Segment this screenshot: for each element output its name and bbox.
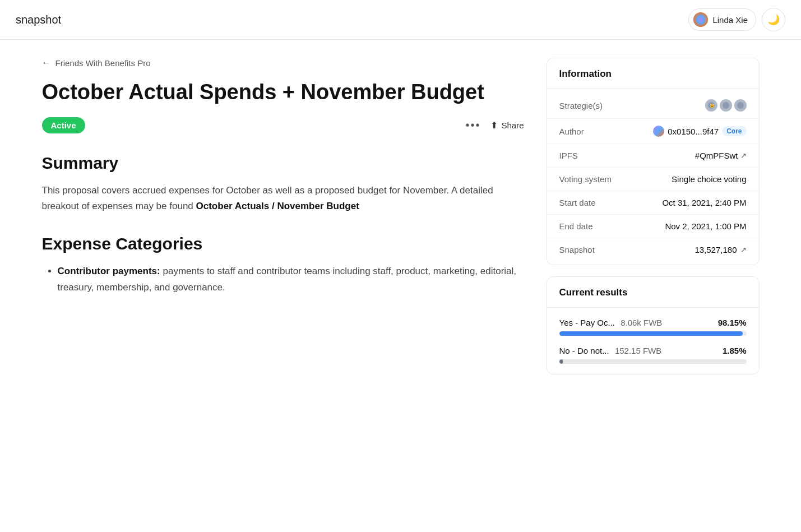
snapshot-number: 13,527,180 — [694, 245, 737, 255]
info-value-strategies: 🐱 — [705, 99, 747, 112]
summary-text: This proposal covers accrued expenses fo… — [42, 183, 524, 214]
vote-amount-no: 152.15 FWB — [615, 346, 661, 355]
information-card: Information Strategie(s) 🐱 — [547, 58, 760, 265]
back-link-label: Friends With Benefits Pro — [55, 58, 151, 68]
svg-point-4 — [737, 102, 744, 109]
external-link-icon: ↗ — [740, 151, 747, 160]
info-row-start-date: Start date Oct 31, 2021, 2:40 PM — [547, 191, 759, 215]
strategies-icons: 🐱 — [705, 99, 747, 112]
author-avatar — [653, 126, 664, 137]
results-card: Current results Yes - Pay Oc... 8.06k FW… — [547, 276, 760, 374]
svg-text:🐱: 🐱 — [710, 103, 715, 108]
sidebar: Information Strategie(s) 🐱 — [547, 58, 760, 374]
more-options-button[interactable]: ••• — [465, 119, 480, 132]
vote-option-no: No - Do not... 152.15 FWB 1.85% — [559, 346, 747, 364]
author-address: 0x0150...9f47 — [668, 127, 719, 136]
summary-heading: Summary — [42, 154, 524, 173]
info-value-end-date: Nov 2, 2021, 1:00 PM — [665, 221, 746, 231]
vote-label-yes: Yes - Pay Oc... 8.06k FWB — [559, 318, 663, 327]
info-value-ipfs[interactable]: #QmPFSwt ↗ — [695, 151, 747, 160]
info-value-author: 0x0150...9f47 Core — [653, 126, 746, 137]
vote-pct-no: 1.85% — [723, 346, 747, 355]
information-card-header: Information — [547, 58, 759, 89]
vote-option-yes-header: Yes - Pay Oc... 8.06k FWB 98.15% — [559, 318, 747, 327]
app-logo: snapshot — [16, 13, 61, 26]
info-label-end-date: End date — [559, 221, 593, 231]
info-value-start-date: Oct 31, 2021, 2:40 PM — [662, 198, 746, 207]
progress-bar-no-fill — [559, 359, 563, 364]
info-label-start-date: Start date — [559, 198, 596, 207]
info-row-ipfs: IPFS #QmPFSwt ↗ — [547, 144, 759, 168]
strategy-icon-1: 🐱 — [705, 99, 717, 112]
strategy-icon-3 — [734, 99, 747, 112]
expense-list: Contributor payments: payments to staff … — [42, 263, 524, 296]
expense-categories-section: Expense Categories Contributor payments:… — [42, 234, 524, 296]
main-content: ← Friends With Benefits Pro October Actu… — [42, 58, 524, 374]
share-icon: ⬆ — [490, 120, 498, 131]
vote-option-no-header: No - Do not... 152.15 FWB 1.85% — [559, 346, 747, 355]
topnav-right: Linda Xie 🌙 — [688, 8, 785, 31]
user-name: Linda Xie — [712, 15, 748, 25]
avatar — [693, 12, 708, 27]
info-row-snapshot: Snapshot 13,527,180 ↗ — [547, 238, 759, 261]
proposal-title: October Actual Spends + November Budget — [42, 80, 524, 105]
results-body: Yes - Pay Oc... 8.06k FWB 98.15% No - Do… — [547, 308, 759, 374]
core-badge: Core — [722, 126, 746, 136]
info-value-snapshot[interactable]: 13,527,180 ↗ — [694, 245, 746, 255]
user-pill[interactable]: Linda Xie — [688, 8, 756, 31]
info-row-strategies: Strategie(s) 🐱 — [547, 92, 759, 119]
progress-bar-yes-fill — [559, 331, 743, 336]
progress-bar-no-bg — [559, 359, 747, 364]
info-label-strategies: Strategie(s) — [559, 101, 603, 110]
meta-actions: ••• ⬆ Share — [465, 119, 524, 132]
vote-label-no: No - Do not... 152.15 FWB — [559, 346, 662, 355]
info-row-end-date: End date Nov 2, 2021, 1:00 PM — [547, 215, 759, 238]
share-button[interactable]: ⬆ Share — [490, 120, 524, 131]
info-label-snapshot: Snapshot — [559, 245, 595, 255]
expense-categories-heading: Expense Categories — [42, 234, 524, 253]
info-rows: Strategie(s) 🐱 — [547, 89, 759, 265]
info-row-author: Author 0x0150...9f47 Core — [547, 119, 759, 144]
info-label-voting-system: Voting system — [559, 174, 612, 184]
expense-item-bold: Contributor payments: — [58, 266, 160, 276]
info-row-voting-system: Voting system Single choice voting — [547, 168, 759, 191]
info-value-voting-system: Single choice voting — [672, 174, 746, 184]
page-container: ← Friends With Benefits Pro October Actu… — [20, 40, 782, 392]
progress-bar-yes-bg — [559, 331, 747, 336]
strategy-icon-2 — [720, 99, 732, 112]
info-label-ipfs: IPFS — [559, 151, 578, 160]
svg-point-3 — [723, 102, 729, 109]
back-link[interactable]: ← Friends With Benefits Pro — [42, 58, 524, 68]
vote-pct-yes: 98.15% — [718, 318, 747, 327]
ipfs-hash: #QmPFSwt — [695, 151, 738, 160]
dark-mode-button[interactable]: 🌙 — [762, 8, 785, 31]
svg-point-0 — [693, 12, 708, 27]
topnav: snapshot Linda Xie 🌙 — [0, 0, 801, 40]
status-badge: Active — [42, 117, 85, 133]
snapshot-external-icon: ↗ — [740, 246, 747, 254]
info-label-author: Author — [559, 127, 584, 136]
list-item: Contributor payments: payments to staff … — [58, 263, 524, 296]
proposal-meta-row: Active ••• ⬆ Share — [42, 117, 524, 133]
back-arrow-icon: ← — [42, 58, 51, 68]
share-label: Share — [501, 121, 524, 130]
vote-amount-yes: 8.06k FWB — [621, 318, 662, 327]
summary-link[interactable]: October Actuals / November Budget — [196, 201, 359, 211]
results-card-header: Current results — [547, 277, 759, 308]
vote-option-yes: Yes - Pay Oc... 8.06k FWB 98.15% — [559, 318, 747, 336]
